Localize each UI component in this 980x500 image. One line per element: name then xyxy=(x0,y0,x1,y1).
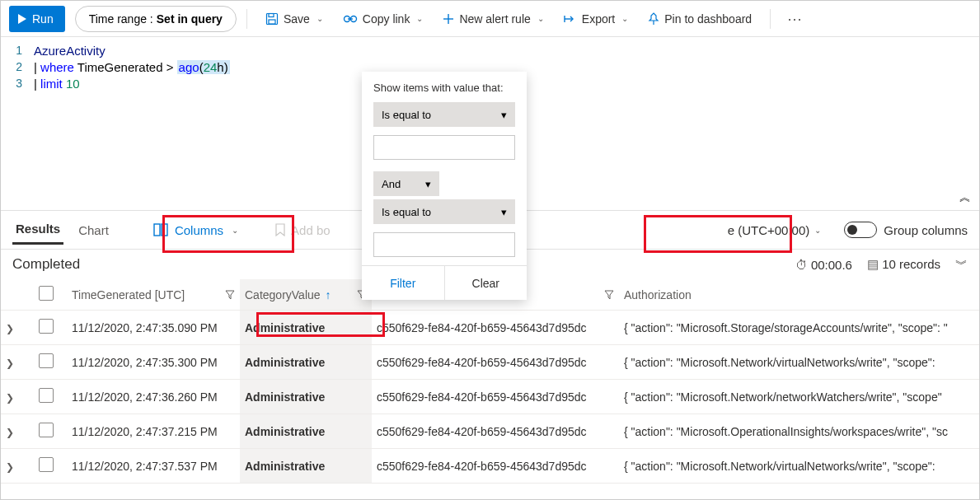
tab-chart[interactable]: Chart xyxy=(75,217,112,244)
operator-select-2[interactable]: Is equal to▾ xyxy=(373,199,515,224)
add-bookmark-disabled: Add bo xyxy=(274,223,331,237)
toolbar: Run Time range : Set in query Save ⌄ Cop… xyxy=(1,1,979,37)
cell-time: 11/12/2020, 2:47:37.215 PM xyxy=(67,414,240,449)
expand-row-button[interactable]: ❯ xyxy=(6,461,14,473)
code-line: | where TimeGenerated > ago(24h) xyxy=(34,60,230,74)
run-label: Run xyxy=(32,12,54,26)
tab-results[interactable]: Results xyxy=(12,215,63,245)
row-checkbox[interactable] xyxy=(39,423,54,437)
svg-rect-13 xyxy=(162,224,167,236)
plus-icon xyxy=(443,13,454,25)
columns-label: Columns xyxy=(175,223,223,237)
table-row: ❯11/12/2020, 2:47:36.260 PMAdministrativ… xyxy=(1,380,979,414)
collapse-icon[interactable]: ︽ xyxy=(959,190,971,205)
chevron-down-icon: ⌄ xyxy=(814,226,821,235)
separator xyxy=(246,9,247,29)
cell-correlation: c550f629-fe84-420f-b659-45643d7d95dc xyxy=(372,449,619,484)
table-row: ❯11/12/2020, 2:47:35.090 PMAdministrativ… xyxy=(1,311,979,345)
row-checkbox[interactable] xyxy=(39,319,54,334)
clear-filter-button[interactable]: Clear xyxy=(444,266,528,300)
chevron-down-icon: ▾ xyxy=(501,109,507,121)
pin-button[interactable]: Pin to dashboard xyxy=(640,6,760,32)
logic-select[interactable]: And▾ xyxy=(373,171,439,196)
cell-correlation: c550f629-fe84-420f-b659-45643d7d95dc xyxy=(372,345,619,380)
cell-correlation: c550f629-fe84-420f-b659-45643d7d95dc xyxy=(372,414,619,449)
col-category[interactable]: CategoryValue↑ xyxy=(240,279,372,311)
save-icon xyxy=(265,12,279,26)
save-button[interactable]: Save ⌄ xyxy=(257,6,331,32)
cell-time: 11/12/2020, 2:47:36.260 PM xyxy=(67,380,240,414)
record-count: ▤ 10 records xyxy=(867,257,940,272)
chevron-down-icon: ⌄ xyxy=(537,14,544,23)
expand-row-button[interactable]: ❯ xyxy=(6,357,14,369)
line-number: 3 xyxy=(1,77,34,90)
row-checkbox[interactable] xyxy=(39,388,54,403)
run-button[interactable]: Run xyxy=(9,6,65,32)
copylink-label: Copy link xyxy=(363,12,410,26)
table-row: ❯11/12/2020, 2:47:35.300 PMAdministrativ… xyxy=(1,345,979,380)
cell-auth: { "action": "Microsoft.Network/virtualNe… xyxy=(619,345,979,380)
operator-select-1[interactable]: Is equal to▾ xyxy=(373,102,515,127)
select-all-checkbox[interactable] xyxy=(39,286,54,301)
filter-icon[interactable] xyxy=(604,290,614,300)
columns-button[interactable]: Columns ⌄ xyxy=(145,218,246,242)
value-input-2[interactable] xyxy=(373,232,515,257)
stopwatch-icon: ⏱ xyxy=(795,258,808,272)
col-auth[interactable]: Authorization xyxy=(619,279,979,311)
cell-category: Administrative xyxy=(240,345,372,380)
duration: ⏱ 00:00.6 xyxy=(795,258,852,272)
svg-rect-2 xyxy=(269,13,274,16)
newalert-button[interactable]: New alert rule ⌄ xyxy=(434,6,551,32)
separator xyxy=(770,9,771,29)
expand-icon[interactable]: ︾ xyxy=(955,257,968,273)
cell-auth: { "action": "Microsoft.Storage/storageAc… xyxy=(619,311,979,345)
expand-row-button[interactable]: ❯ xyxy=(6,392,14,404)
pin-label: Pin to dashboard xyxy=(664,12,752,26)
chevron-down-icon: ⌄ xyxy=(416,14,423,23)
columns-icon xyxy=(153,223,168,236)
value-input-1[interactable] xyxy=(373,135,515,160)
status-label: Completed xyxy=(12,256,80,273)
row-checkbox[interactable] xyxy=(39,353,54,368)
timezone-selector[interactable]: e (UTC+00:00) ⌄ xyxy=(728,223,822,237)
timezone-label: e (UTC+00:00) xyxy=(728,223,810,237)
filter-icon[interactable] xyxy=(225,290,235,300)
save-label: Save xyxy=(284,12,310,26)
bookmark-icon xyxy=(274,223,286,236)
cell-correlation: c550f629-fe84-420f-b659-45643d7d95dc xyxy=(372,311,619,345)
group-columns[interactable]: Group columns xyxy=(844,222,968,238)
link-icon xyxy=(343,13,358,25)
export-icon xyxy=(564,13,577,25)
apply-filter-button[interactable]: Filter xyxy=(362,266,444,300)
svg-rect-12 xyxy=(154,224,160,236)
timerange-pill[interactable]: Time range : Set in query xyxy=(75,6,237,32)
table-row: ❯11/12/2020, 2:47:37.215 PMAdministrativ… xyxy=(1,414,979,449)
expand-row-button[interactable]: ❯ xyxy=(6,323,14,334)
line-number: 1 xyxy=(1,44,34,57)
code-line: AzureActivity xyxy=(34,44,106,58)
row-checkbox[interactable] xyxy=(39,457,54,472)
cell-auth: { "action": "Microsoft.OperationalInsigh… xyxy=(619,414,979,449)
add-bookmark-label: Add bo xyxy=(291,223,331,237)
svg-marker-16 xyxy=(605,291,613,299)
chevron-down-icon: ⌄ xyxy=(621,14,628,23)
line-number: 2 xyxy=(1,60,34,73)
copylink-button[interactable]: Copy link ⌄ xyxy=(335,6,432,32)
filter-popover: Show items with value that: Is equal to▾… xyxy=(362,72,527,300)
code-line: | limit 10 xyxy=(34,77,80,91)
svg-marker-0 xyxy=(18,14,26,24)
cell-auth: { "action": "Microsoft.Network/networkWa… xyxy=(619,380,979,414)
timerange-value: Set in query xyxy=(157,12,223,26)
cell-category: Administrative xyxy=(240,449,372,484)
chevron-down-icon: ⌄ xyxy=(232,226,238,235)
more-button[interactable]: ⋯ xyxy=(781,10,809,28)
cell-time: 11/12/2020, 2:47:35.090 PM xyxy=(67,311,240,345)
toggle-off-icon[interactable] xyxy=(844,222,877,238)
timerange-label: Time range : xyxy=(89,12,153,26)
col-time[interactable]: TimeGenerated [UTC] xyxy=(67,279,240,311)
expand-row-button[interactable]: ❯ xyxy=(6,427,14,438)
svg-rect-3 xyxy=(269,20,275,24)
newalert-label: New alert rule xyxy=(459,12,530,26)
export-button[interactable]: Export ⌄ xyxy=(556,6,636,32)
export-label: Export xyxy=(582,12,615,26)
